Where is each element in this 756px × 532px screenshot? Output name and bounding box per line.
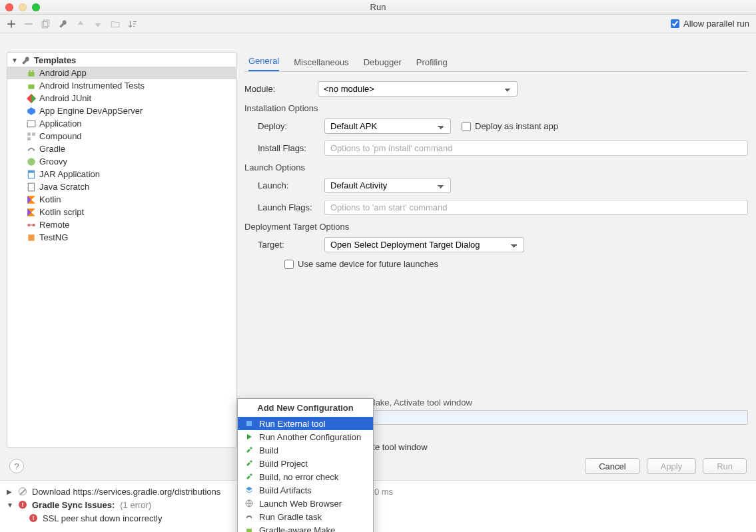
- svg-point-15: [32, 223, 35, 226]
- tree-item[interactable]: Compound: [7, 130, 236, 142]
- use-same-device-checkbox[interactable]: Use same device for future launches: [284, 259, 438, 269]
- deploy-target-header: Deployment Target Options: [244, 222, 748, 232]
- add-icon[interactable]: [7, 19, 16, 29]
- tree-item[interactable]: Application: [7, 117, 236, 130]
- svg-rect-2: [28, 71, 34, 76]
- install-flags-input[interactable]: [324, 140, 748, 156]
- tab-debugger[interactable]: Debugger: [364, 57, 402, 71]
- svg-rect-7: [27, 133, 31, 136]
- install-flags-label: Install Flags:: [258, 143, 324, 153]
- svg-rect-20: [246, 529, 252, 532]
- svg-rect-0: [42, 21, 47, 27]
- hammer-icon: [244, 445, 254, 455]
- svg-point-10: [27, 158, 35, 166]
- svg-rect-9: [27, 137, 31, 140]
- help-button[interactable]: ?: [9, 459, 24, 473]
- hammer-icon: [244, 459, 254, 468]
- android-icon: [26, 81, 37, 91]
- popup-item[interactable]: Build Project: [238, 457, 373, 470]
- tree-item[interactable]: Java Scratch: [7, 180, 236, 193]
- tree-item[interactable]: App Engine DevAppServer: [7, 105, 236, 117]
- wrench-icon[interactable]: [59, 19, 68, 29]
- launch-select[interactable]: Default Activity: [324, 178, 451, 193]
- move-up-icon[interactable]: [76, 19, 85, 29]
- android-icon: [26, 68, 37, 79]
- kotlin-icon: [26, 194, 37, 205]
- error-icon: !: [19, 501, 27, 509]
- run-button[interactable]: Run: [703, 458, 747, 474]
- config-toolbar: Allow parallel run: [0, 15, 756, 33]
- popup-item-run-external-tool[interactable]: Run External tool: [238, 417, 373, 430]
- popup-item[interactable]: Gradle-aware Make: [238, 523, 373, 532]
- tree-item[interactable]: Remote: [7, 218, 236, 231]
- sync-issues-label: Gradle Sync Issues:: [32, 500, 115, 510]
- error-icon: !: [29, 514, 37, 522]
- popup-item[interactable]: Run Gradle task: [238, 510, 373, 523]
- tree-item[interactable]: Kotlin script: [7, 206, 236, 218]
- popup-item[interactable]: Launch Web Browser: [238, 497, 373, 510]
- warning-icon: [19, 487, 27, 495]
- add-configuration-popup: Add New Configuration Run External tool …: [237, 398, 374, 532]
- gradle-icon: [26, 144, 37, 154]
- svg-rect-5: [28, 84, 34, 89]
- svg-point-3: [29, 70, 31, 71]
- svg-rect-16: [28, 234, 34, 240]
- tool-icon: [244, 419, 254, 428]
- tree-item[interactable]: JAR Application: [7, 168, 236, 180]
- play-icon: [244, 432, 254, 441]
- window-title: Run: [0, 2, 756, 12]
- tab-general[interactable]: General: [248, 56, 279, 71]
- svg-rect-12: [28, 170, 34, 172]
- popup-item[interactable]: Run Another Configuration: [238, 430, 373, 443]
- target-select[interactable]: Open Select Deployment Target Dialog: [324, 237, 524, 252]
- junit-icon: [26, 93, 37, 104]
- remove-icon[interactable]: [24, 19, 33, 29]
- svg-rect-6: [27, 121, 35, 127]
- deploy-label: Deploy:: [258, 121, 324, 131]
- tree-item[interactable]: Gradle: [7, 142, 236, 155]
- launch-label: Launch:: [258, 180, 324, 190]
- download-line: Download https://services.gradle.org/dis…: [32, 487, 220, 497]
- popup-item[interactable]: Build: [238, 443, 373, 457]
- apply-button[interactable]: Apply: [647, 458, 697, 474]
- hammer-icon: [244, 472, 254, 481]
- android-icon: [244, 525, 254, 532]
- module-label: Module:: [244, 84, 318, 94]
- popup-title: Add New Configuration: [238, 400, 373, 417]
- java-icon: [26, 182, 37, 192]
- compound-icon: [26, 131, 37, 142]
- tree-item-android-app[interactable]: Android App: [7, 67, 236, 79]
- module-select[interactable]: <no module>: [318, 81, 518, 97]
- wrench-icon: [21, 55, 31, 66]
- build-output-panel: ▶ Download https://services.gradle.org/d…: [0, 480, 756, 532]
- ssl-error-text: SSL peer shut down incorrectly: [43, 513, 162, 523]
- svg-point-14: [27, 223, 31, 226]
- config-tabs: General Miscellaneous Debugger Profiling: [244, 53, 748, 72]
- sort-icon[interactable]: [128, 19, 137, 29]
- deploy-select[interactable]: Default APK: [324, 119, 451, 134]
- tree-item[interactable]: Android JUnit: [7, 92, 236, 105]
- window-titlebar: Run: [0, 0, 756, 15]
- tab-profiling[interactable]: Profiling: [416, 57, 448, 71]
- tree-root-templates[interactable]: ▼ Templates: [7, 54, 236, 67]
- globe-icon: [244, 499, 254, 508]
- tree-item[interactable]: Kotlin: [7, 193, 236, 206]
- svg-rect-13: [28, 183, 34, 191]
- copy-icon[interactable]: [41, 19, 51, 29]
- launch-flags-label: Launch Flags:: [258, 202, 324, 212]
- move-down-icon[interactable]: [93, 19, 103, 29]
- sync-count: (1 error): [120, 500, 151, 510]
- template-tree[interactable]: ▼ Templates Android App Android Instrume…: [7, 52, 236, 448]
- appengine-icon: [26, 106, 37, 117]
- popup-item[interactable]: Build Artifacts: [238, 483, 373, 497]
- tree-item[interactable]: TestNG: [7, 231, 236, 244]
- tree-item[interactable]: Android Instrumented Tests: [7, 79, 236, 92]
- cancel-button[interactable]: Cancel: [585, 458, 639, 474]
- tab-miscellaneous[interactable]: Miscellaneous: [294, 57, 348, 71]
- allow-parallel-checkbox[interactable]: Allow parallel run: [671, 19, 749, 29]
- tree-item[interactable]: Groovy: [7, 155, 236, 168]
- deploy-instant-checkbox[interactable]: Deploy as instant app: [462, 121, 558, 131]
- launch-flags-input[interactable]: [324, 200, 748, 215]
- folder-icon[interactable]: [111, 19, 120, 29]
- popup-item[interactable]: Build, no error check: [238, 470, 373, 483]
